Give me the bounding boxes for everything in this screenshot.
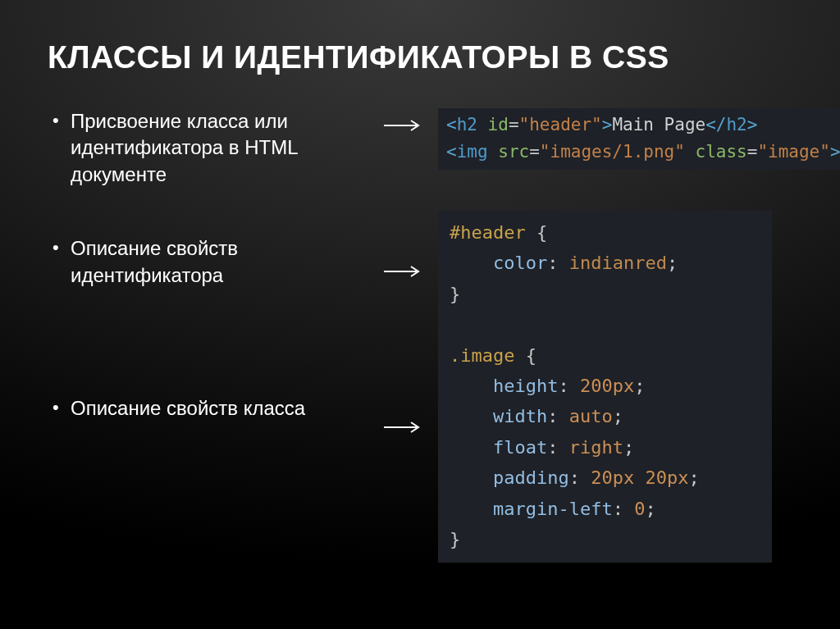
code-token: "images/1.png" (540, 142, 685, 162)
code-token: } (450, 284, 460, 304)
code-token: img (457, 142, 488, 162)
bullet-item-1: Присвоение класса или идентификатора в H… (48, 108, 376, 188)
code-token: : (613, 499, 623, 519)
code-token: } (450, 529, 460, 549)
code-token: 20px 20px (591, 467, 688, 488)
content-row: Присвоение класса или идентификатора в H… (48, 108, 792, 604)
code-token: ; (613, 406, 623, 426)
code-token: </ (705, 115, 726, 134)
css-code-block: #header { color: indianred; } .image { h… (438, 211, 772, 563)
code-token: ; (623, 437, 634, 458)
code-token: 200px (580, 376, 634, 396)
bullet-list: Присвоение класса или идентификатора в H… (48, 108, 376, 422)
code-token: color (493, 253, 547, 273)
code-token: < (446, 115, 457, 134)
code-token: auto (569, 406, 613, 426)
code-token: class (696, 142, 747, 162)
code-token: > (602, 115, 613, 134)
html-code-block: <h2 id="header">Main Page</h2> <img src=… (438, 108, 840, 170)
code-token: float (493, 437, 547, 458)
code-token: = (747, 142, 758, 162)
code-indent (450, 406, 493, 426)
code-token: padding (493, 467, 569, 488)
code-token: h2 (457, 115, 477, 134)
code-token: : (547, 437, 558, 458)
bullets-column: Присвоение класса или идентификатора в H… (48, 108, 384, 444)
bullet-item-2: Описание свойств идентификатора (48, 235, 376, 289)
code-token: "image" (757, 142, 830, 162)
code-token: ; (667, 253, 678, 273)
arrow-icon (384, 420, 425, 435)
code-token: < (446, 142, 457, 162)
code-token: id (488, 115, 509, 134)
arrow-icon (384, 264, 425, 279)
code-token: src (498, 142, 529, 162)
code-column: <h2 id="header">Main Page</h2> <img src=… (433, 108, 840, 604)
code-token: "header" (519, 115, 602, 134)
bullet-item-3: Описание свойств класса (48, 395, 376, 422)
code-token: > (747, 115, 758, 134)
code-token: : (569, 467, 580, 488)
code-token: ; (634, 376, 645, 396)
code-indent (450, 499, 493, 519)
code-indent (450, 253, 493, 273)
code-token: = (509, 115, 519, 134)
code-indent (450, 467, 493, 488)
slide: КЛАССЫ И ИДЕНТИФИКАТОРЫ В CSS Присвоение… (0, 0, 840, 629)
code-token: #header (450, 222, 526, 243)
code-indent (450, 437, 493, 458)
code-token: width (493, 406, 547, 426)
code-token: indianred (569, 253, 667, 273)
code-token: Main Page (612, 115, 705, 134)
code-token: right (569, 437, 623, 458)
code-token: : (558, 376, 568, 396)
code-token: 0 (634, 499, 645, 519)
code-token: ; (645, 499, 655, 519)
code-token: : (547, 406, 558, 426)
code-token: : (547, 253, 558, 273)
slide-title: КЛАССЫ И ИДЕНТИФИКАТОРЫ В CSS (48, 39, 792, 75)
code-token: height (493, 376, 558, 396)
code-indent (450, 376, 493, 396)
code-token: .image (450, 345, 514, 366)
code-token: { (514, 345, 536, 366)
arrow-icon (384, 118, 425, 133)
code-token: { (526, 222, 548, 243)
code-token: ; (688, 467, 699, 488)
code-token: margin-left (493, 499, 613, 519)
code-token: h2 (726, 115, 746, 134)
code-token: > (830, 142, 840, 162)
code-token: = (529, 142, 540, 162)
